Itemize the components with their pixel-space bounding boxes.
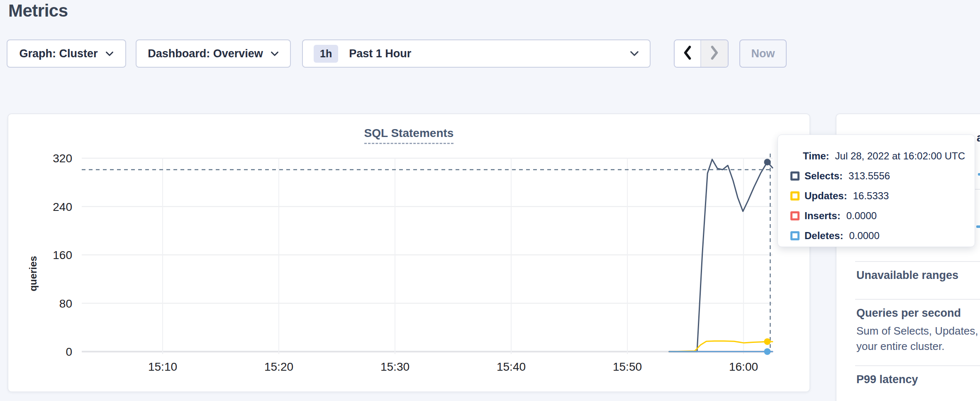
time-range-dropdown[interactable]: 1h Past 1 Hour	[302, 39, 651, 68]
selects-legend-swatch	[790, 171, 800, 181]
svg-text:15:50: 15:50	[613, 360, 642, 373]
next-interval-button[interactable]	[701, 40, 728, 67]
sidebar-description-line: your entire cluster.	[856, 339, 944, 354]
tooltip-time-value: Jul 28, 2022 at 16:02:00 UTC	[835, 150, 965, 162]
tooltip-selects-value: 313.5556	[848, 170, 890, 182]
sidebar-heading-p99-latency: P99 latency	[856, 373, 918, 386]
chevron-right-icon	[710, 46, 719, 61]
tooltip-selects-label: Selects:	[804, 170, 843, 182]
time-range-badge: 1h	[314, 45, 338, 63]
chevron-left-icon	[683, 46, 692, 61]
graph-scope-dropdown[interactable]: Graph: Cluster	[7, 39, 126, 68]
time-pager	[674, 39, 729, 68]
clipped-text-fragment: a	[977, 132, 980, 144]
clipped-link-fragment	[976, 225, 980, 228]
svg-text:queries: queries	[27, 256, 39, 291]
svg-text:160: 160	[53, 249, 72, 262]
tooltip-time-label: Time:	[803, 150, 829, 162]
svg-text:320: 320	[53, 152, 72, 165]
time-range-label: Past 1 Hour	[349, 47, 411, 60]
now-button[interactable]: Now	[739, 39, 787, 68]
chart-tooltip: Time: Jul 28, 2022 at 16:02:00 UTC Selec…	[778, 134, 975, 247]
divider	[855, 261, 980, 262]
svg-text:0: 0	[66, 345, 72, 358]
metrics-page: { "colors": { "page_bg": "#f4f6fb", "hea…	[0, 0, 980, 401]
svg-text:80: 80	[59, 297, 72, 310]
prev-interval-button[interactable]	[675, 40, 701, 67]
chevron-down-icon	[630, 51, 639, 56]
dashboard-dropdown[interactable]: Dashboard: Overview	[136, 39, 291, 68]
divider	[855, 365, 980, 366]
tooltip-updates-value: 16.5333	[853, 190, 889, 202]
sidebar-heading-queries-per-second: Queries per second	[856, 307, 961, 320]
sidebar-description-line: Sum of Selects, Updates, Inser	[856, 323, 980, 339]
chevron-down-icon	[105, 51, 114, 56]
updates-legend-swatch	[790, 191, 800, 200]
sidebar-heading-unavailable-ranges: Unavailable ranges	[856, 269, 958, 282]
tooltip-deletes-value: 0.0000	[849, 230, 879, 242]
clipped-link-fragment	[978, 173, 980, 176]
page-title: Metrics	[8, 1, 68, 21]
tooltip-inserts-label: Inserts:	[804, 210, 841, 222]
divider	[855, 299, 980, 300]
svg-text:15:20: 15:20	[264, 360, 293, 373]
graph-scope-label: Graph: Cluster	[19, 47, 98, 60]
tooltip-updates-label: Updates:	[804, 190, 847, 202]
inserts-legend-swatch	[790, 211, 800, 220]
tooltip-inserts-value: 0.0000	[846, 210, 877, 222]
svg-text:15:40: 15:40	[497, 360, 526, 373]
svg-text:15:10: 15:10	[148, 360, 177, 373]
tooltip-deletes-label: Deletes:	[804, 230, 843, 242]
dashboard-label: Dashboard: Overview	[148, 47, 263, 60]
svg-text:240: 240	[53, 200, 72, 213]
sql-statements-plot[interactable]: 08016024032015:1015:2015:3015:4015:5016:…	[8, 114, 809, 391]
svg-text:16:00: 16:00	[729, 360, 758, 373]
deletes-legend-swatch	[790, 231, 800, 240]
sql-statements-chart-card: SQL Statements 08016024032015:1015:2015:…	[7, 113, 810, 392]
chevron-down-icon	[271, 51, 279, 56]
svg-text:15:30: 15:30	[380, 360, 410, 373]
